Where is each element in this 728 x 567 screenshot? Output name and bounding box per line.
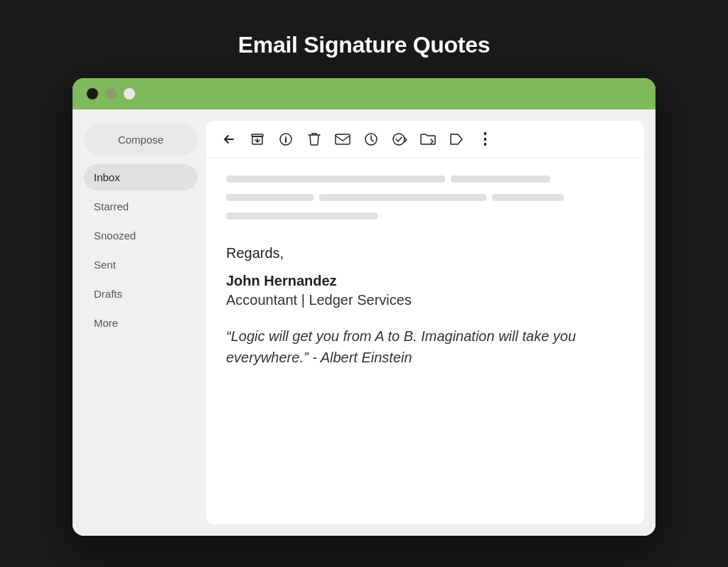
sidebar-item-inbox[interactable]: Inbox xyxy=(84,164,198,190)
sidebar-item-more[interactable]: More xyxy=(84,310,198,336)
archive-icon[interactable] xyxy=(249,131,266,148)
folder-move-icon[interactable] xyxy=(419,131,437,148)
regards-text: Regards, xyxy=(226,245,624,261)
email-header-skeleton xyxy=(226,176,624,225)
minimize-button[interactable] xyxy=(105,88,117,99)
browser-titlebar xyxy=(73,78,655,109)
email-panel: ⋮ xyxy=(206,121,644,524)
sidebar-item-sent[interactable]: Sent xyxy=(84,252,198,278)
label-icon[interactable] xyxy=(448,131,465,148)
svg-rect-2 xyxy=(336,134,350,144)
browser-body: Compose Inbox Starred Snoozed Sent Draft… xyxy=(73,109,655,536)
close-button[interactable] xyxy=(87,88,98,99)
sidebar-item-snoozed[interactable]: Snoozed xyxy=(84,222,198,249)
more-options-icon[interactable]: ⋮ xyxy=(476,131,493,148)
sidebar-item-drafts[interactable]: Drafts xyxy=(84,281,198,307)
browser-window: Compose Inbox Starred Snoozed Sent Draft… xyxy=(73,78,655,536)
sender-title: Accountant | Ledger Services xyxy=(226,292,624,308)
email-toolbar: ⋮ xyxy=(206,121,644,158)
check-circle-icon[interactable] xyxy=(391,131,408,148)
mail-icon[interactable] xyxy=(334,131,351,148)
sender-name: John Hernandez xyxy=(226,273,624,289)
clock-icon[interactable] xyxy=(363,131,380,148)
page-title: Email Signature Quotes xyxy=(238,32,490,58)
back-icon[interactable] xyxy=(220,131,237,148)
svg-point-4 xyxy=(393,134,405,145)
info-icon[interactable] xyxy=(277,131,294,148)
email-body: Regards, John Hernandez Accountant | Led… xyxy=(206,158,644,524)
compose-button[interactable]: Compose xyxy=(84,124,198,156)
email-signature: Regards, John Hernandez Accountant | Led… xyxy=(226,245,624,368)
sidebar: Compose Inbox Starred Snoozed Sent Draft… xyxy=(84,121,198,524)
maximize-button[interactable] xyxy=(124,88,135,99)
delete-icon[interactable] xyxy=(306,131,323,148)
sidebar-item-starred[interactable]: Starred xyxy=(84,193,198,220)
signature-quote: “Logic will get you from A to B. Imagina… xyxy=(226,325,624,368)
